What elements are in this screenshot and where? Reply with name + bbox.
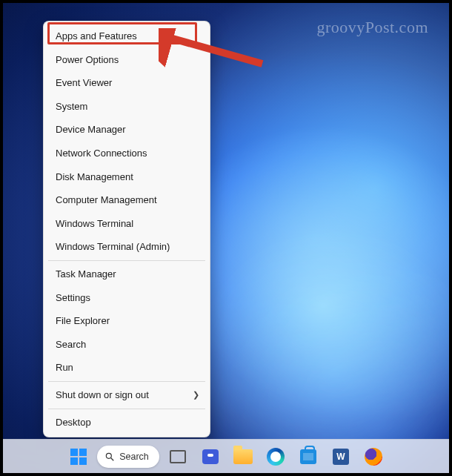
taskbar-file-explorer-button[interactable] [229,443,257,471]
menu-item-run[interactable]: Run [44,356,210,380]
menu-item-file-explorer[interactable]: File Explorer [44,309,210,333]
menu-item-label: Task Manager [56,268,116,280]
menu-item-apps-and-features[interactable]: Apps and Features [44,24,210,48]
chat-icon [202,449,219,464]
menu-separator [48,381,205,382]
windows-logo-icon [70,449,87,465]
start-button[interactable] [64,443,93,471]
taskbar: Search W [3,439,449,473]
menu-item-settings[interactable]: Settings [44,286,210,310]
taskbar-firefox-button[interactable] [359,443,388,471]
menu-item-search[interactable]: Search [44,333,210,357]
watermark-text: groovyPost.com [316,18,428,37]
folder-icon [233,449,253,464]
menu-item-label: System [56,101,87,113]
taskbar-search-button[interactable]: Search [97,446,159,468]
menu-item-shut-down-or-sign-out[interactable]: Shut down or sign out ❯ [44,383,210,407]
menu-item-device-manager[interactable]: Device Manager [44,118,210,142]
menu-item-power-options[interactable]: Power Options [44,48,210,72]
taskbar-word-button[interactable]: W [327,443,355,471]
menu-item-label: Desktop [56,417,91,429]
menu-item-label: Shut down or sign out [56,389,149,401]
winx-context-menu: Apps and Features Power Options Event Vi… [43,21,210,437]
menu-item-task-manager[interactable]: Task Manager [44,262,210,286]
task-view-button[interactable] [164,443,192,471]
menu-item-label: Run [56,362,73,374]
menu-separator [48,409,205,409]
store-icon [300,449,316,464]
search-icon [104,452,115,462]
menu-separator [48,260,205,261]
taskbar-chat-button[interactable] [196,443,225,471]
taskbar-edge-button[interactable] [262,443,290,471]
svg-line-2 [111,457,114,460]
task-view-icon [170,450,186,463]
menu-item-disk-management[interactable]: Disk Management [44,165,210,189]
menu-item-label: Windows Terminal (Admin) [56,241,170,253]
menu-item-label: Windows Terminal [56,218,133,230]
menu-item-system[interactable]: System [44,95,210,119]
firefox-icon [365,448,382,466]
taskbar-store-button[interactable] [294,443,322,471]
menu-item-label: Network Connections [56,148,147,159]
desktop-wallpaper: groovyPost.com Apps and Features Power O… [3,3,449,473]
menu-item-computer-management[interactable]: Computer Management [44,188,210,212]
menu-item-desktop[interactable]: Desktop [44,411,210,434]
menu-item-label: File Explorer [56,315,110,327]
menu-item-windows-terminal[interactable]: Windows Terminal [44,212,210,236]
menu-item-label: Event Viewer [56,77,112,89]
menu-item-label: Device Manager [56,124,126,136]
menu-item-label: Search [56,339,86,351]
menu-item-windows-terminal-admin[interactable]: Windows Terminal (Admin) [44,235,210,259]
edge-icon [267,448,285,466]
menu-item-label: Apps and Features [56,30,137,42]
taskbar-search-label: Search [119,452,149,462]
menu-item-label: Power Options [56,54,119,66]
chevron-right-icon: ❯ [193,390,199,400]
word-icon: W [333,449,349,465]
menu-item-label: Settings [56,292,90,304]
menu-item-label: Disk Management [56,171,133,183]
menu-item-label: Computer Management [56,194,157,206]
svg-point-1 [107,453,112,458]
menu-item-event-viewer[interactable]: Event Viewer [44,71,210,95]
menu-item-network-connections[interactable]: Network Connections [44,142,210,165]
